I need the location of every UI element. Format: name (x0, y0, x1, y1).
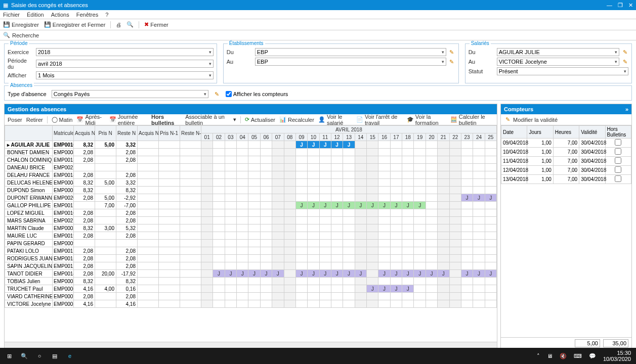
day-cell[interactable] (319, 217, 331, 224)
day-cell[interactable] (237, 141, 248, 149)
day-cell[interactable] (260, 171, 272, 179)
day-cell[interactable] (473, 278, 485, 285)
absence-cell[interactable]: J (225, 270, 236, 278)
day-cell[interactable] (237, 202, 248, 209)
absence-cell[interactable]: J (213, 270, 225, 278)
day-cell[interactable] (284, 179, 295, 187)
day-cell[interactable] (237, 209, 248, 217)
day-cell[interactable] (414, 149, 426, 156)
day-cell[interactable] (378, 209, 390, 217)
day-header[interactable]: 23 (461, 133, 473, 141)
day-cell[interactable] (390, 156, 402, 164)
day-cell[interactable] (449, 240, 461, 247)
day-cell[interactable] (248, 164, 260, 171)
table-row[interactable]: DUPOND SimonEMP00018,328,32 (5, 187, 497, 194)
day-cell[interactable] (201, 300, 213, 308)
day-cell[interactable] (473, 293, 485, 300)
day-cell[interactable] (343, 278, 355, 285)
table-row[interactable]: DELUCAS HELENEEMP00048,325,003,32 (5, 179, 497, 187)
day-cell[interactable] (331, 187, 343, 194)
day-cell[interactable] (248, 262, 260, 270)
day-cell[interactable] (367, 270, 378, 278)
day-cell[interactable] (402, 171, 414, 179)
day-cell[interactable] (402, 149, 414, 156)
day-cell[interactable] (485, 285, 496, 293)
day-cell[interactable] (213, 179, 225, 187)
table-row[interactable]: VICTORE JocelyneEMP00054,164,16 (5, 300, 497, 308)
day-cell[interactable] (319, 240, 331, 247)
absence-cell[interactable]: J (461, 194, 473, 202)
day-cell[interactable] (331, 194, 343, 202)
day-cell[interactable] (331, 179, 343, 187)
day-cell[interactable] (449, 209, 461, 217)
day-cell[interactable] (378, 300, 390, 308)
day-cell[interactable] (378, 278, 390, 285)
day-cell[interactable] (449, 224, 461, 232)
day-cell[interactable] (319, 179, 331, 187)
day-header[interactable]: 02 (213, 133, 225, 141)
day-cell[interactable] (355, 209, 366, 217)
periodedu-input[interactable]: avril 2018▾ (36, 60, 214, 68)
day-cell[interactable] (367, 240, 378, 247)
absence-cell[interactable]: J (438, 270, 449, 278)
day-cell[interactable] (426, 141, 437, 149)
day-cell[interactable] (260, 141, 272, 149)
day-cell[interactable] (237, 179, 248, 187)
modify-validity-button[interactable]: Modifier la validité (513, 117, 558, 123)
absence-cell[interactable]: J (319, 202, 331, 209)
day-cell[interactable] (201, 209, 213, 217)
day-cell[interactable] (426, 217, 437, 224)
day-cell[interactable] (378, 149, 390, 156)
day-cell[interactable] (272, 156, 284, 164)
day-cell[interactable] (449, 149, 461, 156)
day-cell[interactable] (225, 255, 236, 262)
day-cell[interactable] (284, 217, 295, 224)
voir-salarie-button[interactable]: 👤 Voir le salarié (318, 114, 352, 126)
day-cell[interactable] (355, 217, 366, 224)
day-cell[interactable] (248, 187, 260, 194)
day-cell[interactable] (414, 293, 426, 300)
absence-cell[interactable]: J (378, 285, 390, 293)
day-cell[interactable] (426, 247, 437, 255)
grid-header[interactable]: Matricule (53, 126, 74, 141)
absence-cell[interactable]: J (272, 270, 284, 278)
day-cell[interactable] (225, 156, 236, 164)
day-cell[interactable] (461, 293, 473, 300)
absence-cell[interactable]: J (260, 270, 272, 278)
day-cell[interactable] (402, 232, 414, 240)
day-cell[interactable] (284, 293, 295, 300)
day-cell[interactable] (438, 247, 449, 255)
day-cell[interactable] (461, 224, 473, 232)
day-cell[interactable] (308, 255, 319, 262)
day-cell[interactable] (272, 164, 284, 171)
day-cell[interactable] (237, 285, 248, 293)
day-cell[interactable] (461, 255, 473, 262)
day-cell[interactable] (308, 247, 319, 255)
day-cell[interactable] (237, 187, 248, 194)
absence-cell[interactable]: J (248, 270, 260, 278)
day-cell[interactable] (378, 217, 390, 224)
day-cell[interactable] (295, 149, 307, 156)
edge-icon[interactable]: e (66, 352, 74, 360)
day-header[interactable]: 19 (414, 133, 426, 141)
day-cell[interactable] (402, 262, 414, 270)
day-cell[interactable] (438, 255, 449, 262)
day-cell[interactable] (473, 240, 485, 247)
voir-arret-button[interactable]: 📄 Voir l'arrêt de travail (356, 114, 403, 126)
day-cell[interactable] (237, 232, 248, 240)
day-cell[interactable] (402, 156, 414, 164)
counter-row[interactable]: 13/04/20181,007,0030/04/2018 (501, 175, 631, 184)
day-header[interactable]: 22 (449, 133, 461, 141)
day-cell[interactable] (225, 285, 236, 293)
day-cell[interactable] (367, 171, 378, 179)
absence-cell[interactable]: J (473, 194, 485, 202)
absence-cell[interactable]: J (414, 270, 426, 278)
collapse-icon[interactable]: » (625, 106, 628, 112)
table-row[interactable]: TRUCHET PaulEMP00064,164,000,16JJJJ (5, 285, 497, 293)
day-cell[interactable] (248, 149, 260, 156)
table-row[interactable]: BONNET DAMIENEMP00082,082,08 (5, 149, 497, 156)
day-cell[interactable] (225, 202, 236, 209)
day-cell[interactable] (414, 240, 426, 247)
day-cell[interactable] (414, 300, 426, 308)
absence-cell[interactable]: J (390, 202, 402, 209)
